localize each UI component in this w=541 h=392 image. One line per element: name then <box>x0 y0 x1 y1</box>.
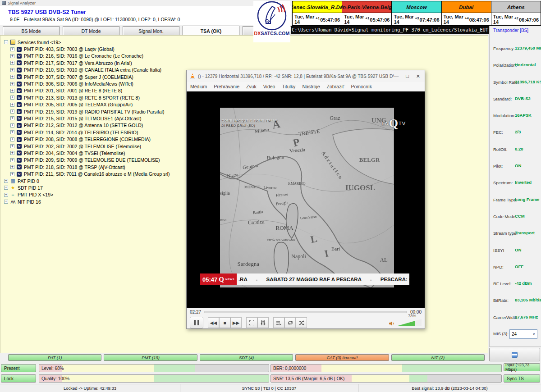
clock: Dubai Tue, Mar 14 +408:47:06 <box>442 1 491 25</box>
expand-icon[interactable]: + <box>4 186 8 190</box>
expand-icon[interactable]: + <box>10 47 14 51</box>
vlc-menu-item[interactable]: Prehrávanie <box>214 84 239 89</box>
vlc-controls: ◀◀ ■ ▶▶ <box>187 316 425 329</box>
expand-icon[interactable]: + <box>10 89 14 93</box>
snr-bar: SNR: 13,5 dB (Margin: 6,5 dB | OK) <box>270 374 502 383</box>
expand-icon[interactable]: + <box>4 179 8 183</box>
tree-root-services[interactable]: - Services found <19> <box>4 39 488 46</box>
vlc-menu-item[interactable]: Pomocník <box>351 84 372 89</box>
mode-tab[interactable]: Signal Mon. <box>123 26 179 36</box>
expand-icon[interactable]: + <box>10 172 14 176</box>
expand-icon[interactable]: + <box>10 158 14 162</box>
pid-bar: PAT (1) <box>8 354 101 361</box>
clock-time: 05:47:06 <box>320 17 340 22</box>
service-item[interactable]: + tv PMT PID: 217, SID: 7017 @ Vera Abru… <box>10 59 488 66</box>
map-place-label: Livorno <box>264 185 277 190</box>
tv-icon: tv <box>17 82 22 87</box>
pause-button[interactable] <box>190 317 203 328</box>
clock-city: Berlin-Paris-Vienna-Belgrade <box>342 1 391 13</box>
next-button[interactable]: ▶▶ <box>230 317 242 328</box>
tv-icon: tv <box>17 150 22 155</box>
transponder-label: Frame Type: <box>493 197 517 202</box>
vlc-menu-item[interactable]: Nástroje <box>302 84 320 89</box>
tree-root-label: Services found <19> <box>18 40 61 45</box>
expand-icon[interactable]: + <box>10 96 14 100</box>
mis-value: 24 <box>512 332 517 337</box>
vlc-menu-item[interactable]: Zvuk <box>246 84 257 89</box>
video-caption: 'COME NACQUE IL NOME ITALIA' DI FEBO GRI… <box>221 119 277 128</box>
mode-tab[interactable]: DT Mode <box>63 26 119 36</box>
collapse-icon[interactable]: - <box>4 40 8 44</box>
signal-analyzer-app: Signal Analyzer TBS 5927 USB DVB-S2 Tune… <box>0 0 541 392</box>
expand-icon[interactable]: + <box>10 103 14 107</box>
service-label: PMT PID: 212, SID: 7012 @ Antenna 10 (SE… <box>24 123 143 128</box>
clock-time: 05:47:06 <box>370 17 390 22</box>
transponder-value: Long Frame <box>515 197 539 202</box>
loop-button[interactable] <box>284 317 296 328</box>
minimize-button[interactable]: — <box>394 73 399 79</box>
expand-icon[interactable]: + <box>10 137 14 141</box>
mode-tab[interactable]: BS Mode <box>3 26 60 36</box>
map-place-label: Venezia <box>289 147 306 153</box>
expand-icon[interactable]: + <box>10 151 14 155</box>
map-place-label: CITTÀ DEL VATICANO <box>267 239 295 242</box>
volume-slider[interactable] <box>396 319 422 326</box>
buffer-icon <box>512 352 518 358</box>
seek-bar[interactable] <box>204 311 407 313</box>
clock-city: Moscow <box>392 1 441 13</box>
vlc-time-row: 02:27 00:00 <box>187 308 425 316</box>
transponder-label: Code Mode: <box>493 214 517 219</box>
transponder-value: Transport <box>515 230 535 235</box>
vlc-menu-item[interactable]: Video <box>263 84 275 89</box>
service-label: PMT PID: 202, SID: 7002 @ TELEMOLISE (Te… <box>24 144 141 149</box>
expand-icon[interactable]: + <box>4 200 8 204</box>
expand-icon[interactable]: + <box>4 193 8 197</box>
close-button[interactable]: ✕ <box>416 73 420 79</box>
expand-icon[interactable]: + <box>10 75 14 79</box>
volume-control[interactable]: 73% <box>389 319 422 326</box>
transponder-row: Code Mode: CCM <box>490 209 541 225</box>
transponder-value: 12379,450 MHz <box>515 46 541 50</box>
playlist-button[interactable] <box>273 317 284 328</box>
mis-dropdown[interactable]: 24 ∨ <box>509 329 537 339</box>
expand-icon[interactable]: + <box>10 165 14 169</box>
vlc-cone-icon <box>189 73 196 79</box>
clock-datetime: Tue, Mar 14 +408:47:06 <box>442 13 491 25</box>
service-label: PMT PID: 306, SID: 7006 @ InfoMediaNews … <box>24 81 133 87</box>
previous-button[interactable]: ◀◀ <box>208 317 219 328</box>
vlc-title-text: () - 12379 Horizontal 31396,718 / RF: -4… <box>198 74 394 79</box>
vlc-video-area[interactable]: GrazUNGMilanoTRIESTEAPVeneziaBolognaGeno… <box>187 91 425 308</box>
expand-icon[interactable]: + <box>10 82 14 86</box>
maximize-button[interactable]: □ <box>406 73 409 79</box>
expand-icon[interactable]: + <box>10 123 14 128</box>
stop-button[interactable]: ■ <box>219 317 230 328</box>
vlc-menu-item[interactable]: Médium <box>190 84 207 89</box>
vlc-menu-item[interactable]: Titulky <box>282 84 295 89</box>
equalizer-button[interactable] <box>257 317 269 328</box>
transponder-value: 37,676 MHz <box>515 315 538 319</box>
fullscreen-button[interactable] <box>246 317 257 328</box>
vlc-titlebar[interactable]: () - 12379 Horizontal 31396,718 / RF: -4… <box>187 70 425 82</box>
quality-bar: Quality: 100% <box>39 374 269 383</box>
random-button[interactable] <box>296 317 307 328</box>
expand-icon[interactable]: + <box>10 144 14 148</box>
service-label: PMT PID: 307, SID: 7007 @ Super J (COELM… <box>24 74 133 80</box>
table-node-label: PMT PID X <19> <box>18 192 53 197</box>
expand-icon[interactable]: + <box>10 54 14 58</box>
service-item[interactable]: + tv PMT PID: 403, SID: 7003 @ Laqtv (Gl… <box>10 46 488 52</box>
expand-icon[interactable]: + <box>10 68 14 72</box>
transponder-row: Frequency: 12379,450 MHz <box>490 41 541 57</box>
tv-icon: tv <box>17 74 22 79</box>
expand-icon[interactable]: + <box>10 116 14 120</box>
vlc-menu-item[interactable]: Zobraziť <box>326 84 344 89</box>
expand-icon[interactable]: + <box>10 130 14 134</box>
buffer-button[interactable] <box>489 348 540 361</box>
expand-icon[interactable]: + <box>10 109 14 114</box>
transponder-row: RollOff: 0.20 <box>490 141 541 158</box>
qnews-logo-icon: Q <box>219 276 224 283</box>
expand-icon[interactable]: + <box>10 61 14 65</box>
service-item[interactable]: + tv PMT PID: 216, SID: 7016 @ Le Cronac… <box>10 53 488 59</box>
transponder-label: BitRate: <box>493 298 509 303</box>
service-label: PMT PID: 215, SID: 7015 @ TLTMOLISE1 (Aj… <box>24 116 141 121</box>
tuner-name: TBS 5927 USB DVB-S2 Tuner <box>8 9 86 15</box>
